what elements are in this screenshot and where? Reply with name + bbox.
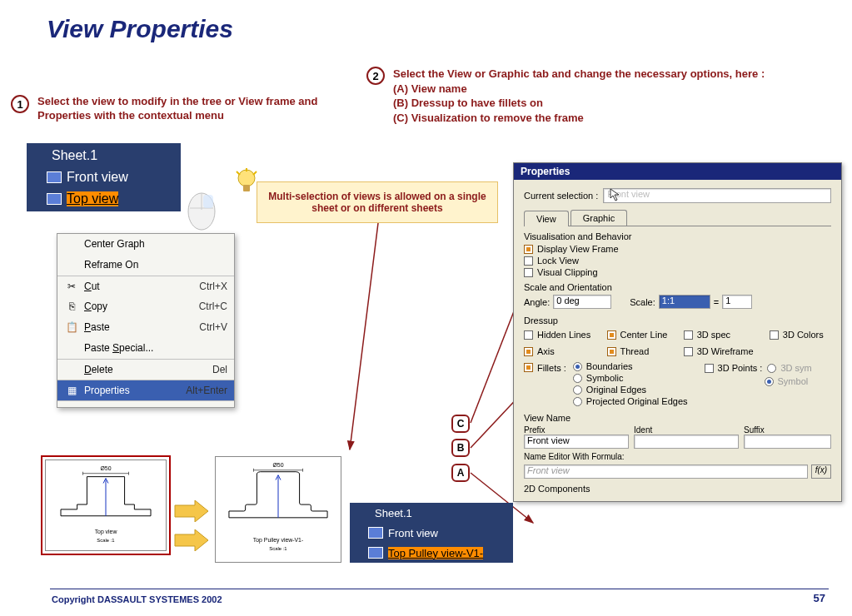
chk-display-frame-label: Display View Frame — [537, 244, 619, 254]
prefix-field[interactable]: Front view — [524, 435, 629, 449]
tree2-sheet[interactable]: Sheet.1 — [350, 503, 513, 523]
formula-field[interactable]: Front view — [524, 464, 808, 479]
ctx-delete-acc: Del — [212, 364, 227, 375]
ctx-cut[interactable]: ✂CutCtrl+X — [57, 276, 234, 296]
chk-fillets[interactable]: Fillets : — [524, 363, 566, 373]
chk-lock-view[interactable]: Lock View — [524, 256, 831, 266]
radio-icon — [767, 364, 776, 373]
step-1: 1 Select the view to modify in the tree … — [11, 95, 369, 123]
tree-sheet[interactable]: Sheet.1 — [27, 145, 181, 166]
chk-thread[interactable]: Thread — [607, 346, 675, 356]
ctx-paste-special[interactable]: Paste Special... — [57, 338, 234, 359]
tree2-top-label: Top Pulley view-V1- — [388, 547, 483, 559]
footer-copyright: Copyright DASSAULT SYSTEMES 2002 — [52, 594, 222, 604]
vis-group-label: Visualisation and Behavior — [524, 231, 831, 241]
rad-original-edges[interactable]: Original Edges — [573, 385, 688, 395]
ctx-more — [57, 400, 234, 407]
angle-field[interactable]: 0 deg — [553, 295, 611, 309]
chk-axis[interactable]: Axis — [524, 346, 599, 356]
chk-lock-view-label: Lock View — [537, 256, 579, 266]
rad-symbolic[interactable]: Symbolic — [573, 373, 688, 383]
dialog-title: Properties — [514, 163, 841, 180]
drawing-b-label: Top Pulley view-V1- — [253, 537, 303, 544]
svg-rect-1 — [203, 195, 213, 208]
tree-top-view[interactable]: Top view — [27, 188, 181, 210]
footer-page: 57 — [814, 592, 825, 604]
properties-dialog: Properties Current selection : Front vie… — [513, 162, 842, 502]
checkbox-icon — [684, 347, 693, 356]
radio-icon — [573, 374, 582, 383]
current-selection-field[interactable]: Front view — [603, 188, 831, 203]
tabs: View Graphic — [524, 210, 831, 226]
rad-symbol[interactable]: Symbol — [765, 376, 812, 386]
chk-visual-clipping[interactable]: Visual Clipping — [524, 267, 831, 277]
ctx-paste-special-label: Paste Special... — [84, 342, 227, 354]
checkbox-icon — [705, 364, 714, 373]
formula-label: Name Editor With Formula: — [524, 452, 831, 461]
arrow-block-icon — [173, 529, 210, 551]
tree2-front-view[interactable]: Front view — [350, 523, 513, 543]
chk-3dspec-label: 3D spec — [697, 330, 730, 340]
checkbox-icon — [607, 347, 616, 356]
drawing-before: Ø50 Top view Scale :1 — [45, 460, 167, 551]
bulb-icon — [235, 168, 258, 196]
view-icon — [368, 527, 383, 539]
tree-front-view[interactable]: Front view — [27, 166, 181, 188]
dressup-group-label: Dressup — [524, 315, 831, 325]
chk-3d-wireframe[interactable]: 3D Wireframe — [684, 346, 761, 356]
tree2-top-pulley-view[interactable]: Top Pulley view-V1- — [350, 543, 513, 563]
ctx-cut-label: ut — [92, 281, 100, 292]
rad-boundaries[interactable]: Boundaries — [573, 361, 688, 371]
chk-display-frame[interactable]: Display View Frame — [524, 244, 831, 254]
ctx-reframe-on[interactable]: Reframe On — [57, 255, 234, 276]
rad-projected-original[interactable]: Projected Original Edges — [573, 396, 688, 406]
callout-c: C — [451, 415, 470, 433]
scale-label: Scale: — [630, 297, 655, 307]
ctx-center-graph[interactable]: Center Graph — [57, 234, 234, 255]
ctx-delete-label: Delete — [84, 364, 212, 375]
ctx-paste-label: Paste — [84, 321, 199, 333]
chk-hidden-label: Hidden Lines — [537, 330, 590, 340]
viewname-group-label: View Name — [524, 413, 831, 423]
tree2-sheet-label: Sheet.1 — [375, 507, 412, 519]
2d-components-label: 2D Components — [524, 484, 831, 494]
rad-projorig-label: Projected Original Edges — [586, 396, 688, 406]
tab-view[interactable]: View — [524, 211, 569, 226]
tree-top-label: Top view — [67, 191, 118, 206]
drawing-a-label: Top view — [95, 529, 117, 535]
chk-3dcolors-label: 3D Colors — [783, 330, 824, 340]
paste-icon: 📋 — [64, 320, 79, 335]
drawing-b-scale: Scale :1 — [269, 546, 286, 551]
copy-icon: ⎘ — [64, 299, 79, 314]
checkbox-icon — [524, 347, 533, 356]
step-2-c: (C) Visualization to remove the frame — [393, 112, 584, 124]
fx-button[interactable]: f(x) — [811, 464, 831, 479]
scale-num-field[interactable]: 1 — [722, 295, 752, 309]
checkbox-icon — [770, 330, 779, 340]
chk-3d-points[interactable]: 3D Points : 3D sym — [705, 363, 812, 373]
checkbox-icon — [524, 245, 533, 254]
chk-3d-colors[interactable]: 3D Colors — [770, 330, 831, 340]
ctx-center-graph-label: Center Graph — [84, 238, 227, 250]
ctx-properties[interactable]: ▦PropertiesAlt+Enter — [57, 380, 234, 400]
step-2-b: (B) Dressup to have fillets on — [393, 97, 543, 109]
step-1-text: Select the view to modify in the tree or… — [37, 95, 369, 123]
chk-center-line[interactable]: Center Line — [607, 330, 675, 340]
ctx-paste[interactable]: 📋PasteCtrl+V — [57, 317, 234, 338]
tree2-front-label: Front view — [388, 527, 438, 539]
ctx-copy[interactable]: ⎘CopyCtrl+C — [57, 296, 234, 317]
step-1-number: 1 — [11, 95, 29, 113]
scale-field[interactable]: 1:1 — [659, 295, 710, 309]
suffix-field[interactable] — [744, 435, 831, 449]
tab-graphic[interactable]: Graphic — [570, 210, 628, 226]
rad-symbol-label: Symbol — [778, 376, 809, 386]
suffix-label: Suffix — [744, 425, 831, 435]
ctx-delete[interactable]: DeleteDel — [57, 359, 234, 380]
chk-hidden-lines[interactable]: Hidden Lines — [524, 330, 599, 340]
ident-field[interactable] — [634, 435, 739, 449]
scale-eq: = — [714, 297, 719, 307]
drawing-a-dia: Ø50 — [101, 465, 112, 471]
chk-axis-label: Axis — [537, 346, 555, 356]
cursor-icon — [609, 188, 622, 201]
chk-3d-spec[interactable]: 3D spec — [684, 330, 761, 340]
